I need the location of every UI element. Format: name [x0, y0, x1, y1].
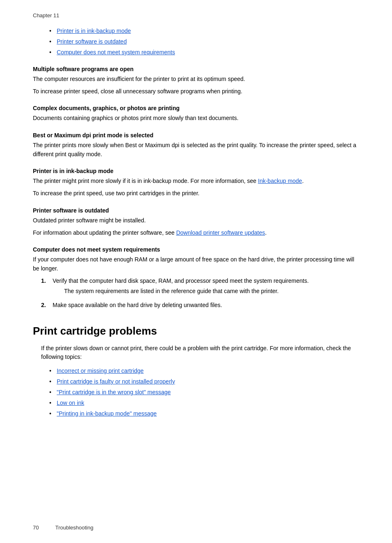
- list-item: "Print cartridge is in the wrong slot" m…: [49, 388, 359, 397]
- ink-backup-link[interactable]: Printer is in ink-backup mode: [57, 28, 131, 34]
- low-ink-link[interactable]: Low on ink: [57, 400, 84, 406]
- section-heading-ink-backup: Printer is in ink-backup mode: [33, 168, 359, 174]
- numbered-list-item-2: 2. Make space available on the hard driv…: [41, 301, 359, 310]
- initial-bullet-list: Printer is in ink-backup mode Printer so…: [49, 27, 359, 57]
- numbered-list: 1. Verify that the computer hard disk sp…: [41, 277, 359, 310]
- list-content: Verify that the computer hard disk space…: [53, 277, 359, 298]
- body-text: Documents containing graphics or photos …: [33, 114, 359, 123]
- section-title-cartridge: Print cartridge problems: [33, 325, 359, 337]
- list-item: Low on ink: [49, 399, 359, 407]
- body-text: Outdated printer software might be insta…: [33, 216, 359, 225]
- section-heading-best-dpi: Best or Maximum dpi print mode is select…: [33, 132, 359, 139]
- cartridge-bullet-list: Incorrect or missing print cartridge Pri…: [49, 367, 359, 418]
- system-requirements-link[interactable]: Computer does not meet system requiremen…: [57, 49, 175, 55]
- body-text: To increase printer speed, close all unn…: [33, 87, 359, 96]
- sub-note: The system requirements are listed in th…: [64, 287, 359, 296]
- software-outdated-link[interactable]: Printer software is outdated: [57, 38, 127, 45]
- page: Chapter 11 Printer is in ink-backup mode…: [0, 0, 392, 543]
- body-text: To increase the print speed, use two pri…: [33, 189, 359, 198]
- numbered-list-item-1: 1. Verify that the computer hard disk sp…: [41, 277, 359, 298]
- footer-page-number: 70: [33, 525, 39, 531]
- list-item: Printer is in ink-backup mode: [49, 27, 359, 35]
- footer: 70 Troubleshooting: [33, 525, 93, 531]
- text-before: The printer might print more slowly if i…: [33, 178, 258, 184]
- download-software-link[interactable]: Download printer software updates: [176, 229, 265, 236]
- text-after: .: [302, 178, 304, 184]
- incorrect-cartridge-link[interactable]: Incorrect or missing print cartridge: [57, 367, 144, 374]
- section-heading-complex-docs: Complex documents, graphics, or photos a…: [33, 105, 359, 111]
- section-heading-system-req: Computer does not meet system requiremen…: [33, 246, 359, 253]
- section-heading-software-outdated: Printer software is outdated: [33, 207, 359, 214]
- faulty-cartridge-link[interactable]: Print cartridge is faulty or not install…: [57, 378, 175, 385]
- chapter-label: Chapter 11: [33, 12, 359, 18]
- list-content: Make space available on the hard drive b…: [53, 301, 359, 310]
- body-text-software-update: For information about updating the print…: [33, 229, 359, 238]
- section-heading-multiple-software: Multiple software programs are open: [33, 66, 359, 72]
- list-number: 1.: [41, 277, 53, 298]
- list-item: Print cartridge is faulty or not install…: [49, 377, 359, 386]
- body-text: If your computer does not have enough RA…: [33, 255, 359, 273]
- list-item-text: Make space available on the hard drive b…: [53, 302, 222, 308]
- list-item: Computer does not meet system requiremen…: [49, 48, 359, 57]
- list-item: Printer software is outdated: [49, 37, 359, 46]
- text-after: .: [265, 229, 267, 236]
- text-before: For information about updating the print…: [33, 229, 176, 236]
- body-text-ink-backup: The printer might print more slowly if i…: [33, 177, 359, 186]
- cartridge-intro: If the printer slows down or cannot prin…: [41, 344, 359, 362]
- list-number: 2.: [41, 301, 53, 310]
- ink-backup-mode-link[interactable]: Ink-backup mode: [258, 178, 302, 184]
- list-item-text: Verify that the computer hard disk space…: [53, 277, 309, 284]
- list-item: Incorrect or missing print cartridge: [49, 367, 359, 375]
- wrong-slot-link[interactable]: "Print cartridge is in the wrong slot" m…: [57, 389, 171, 395]
- ink-backup-message-link[interactable]: "Printing in ink-backup mode" message: [57, 410, 157, 417]
- body-text: The computer resources are insufficient …: [33, 75, 359, 84]
- list-item: "Printing in ink-backup mode" message: [49, 409, 359, 418]
- footer-label: Troubleshooting: [55, 525, 93, 531]
- body-text: The printer prints more slowly when Best…: [33, 141, 359, 159]
